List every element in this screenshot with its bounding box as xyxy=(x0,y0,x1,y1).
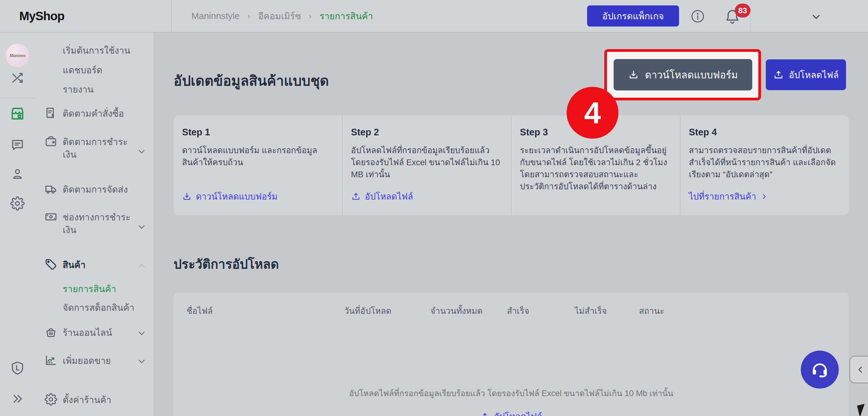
column-failed: ไม่สำเร็จ xyxy=(575,304,607,318)
breadcrumb-shop[interactable]: Maninnstyle xyxy=(191,11,240,21)
empty-state-upload-link[interactable]: อัปโหลดไฟล์ xyxy=(174,410,849,416)
shield-l-icon[interactable] xyxy=(0,360,35,376)
upload-file-button[interactable]: อัปโหลดไฟล์ xyxy=(766,59,846,90)
basket-icon xyxy=(44,326,57,338)
truck-icon xyxy=(44,183,57,195)
icon-rail: Maninns xyxy=(0,32,35,416)
header-divider xyxy=(750,0,751,32)
info-icon[interactable] xyxy=(691,9,705,23)
breadcrumb: Maninnstyle › อีคอมเมิร์ซ › รายการสินค้า xyxy=(191,0,373,32)
chevron-down-icon xyxy=(136,222,147,232)
step-title: Step 1 xyxy=(182,127,333,138)
upload-history-title: ประวัติการอัปโหลด xyxy=(174,254,279,274)
breadcrumb-ecommerce[interactable]: อีคอมเมิร์ซ xyxy=(258,9,301,23)
chevron-up-icon xyxy=(136,261,147,271)
empty-state-text: อัปโหลดไฟล์ที่กรอกข้อมูลเรียบร้อยแล้ว โด… xyxy=(174,387,849,400)
step-description: อัปโหลดไฟล์ที่กรอกข้อมูลเรียบร้อยแล้ว โด… xyxy=(351,144,502,181)
step2-upload-file-link[interactable]: อัปโหลดไฟล์ xyxy=(351,189,502,204)
chevron-down-icon xyxy=(136,356,147,366)
step-description: ดาวน์โหลดแบบฟอร์ม และกรอกข้อมูลสินค้าให้… xyxy=(182,144,333,169)
breadcrumb-separator-icon: › xyxy=(247,11,250,21)
expand-panel-tab[interactable] xyxy=(849,356,868,383)
chat-icon[interactable] xyxy=(0,138,35,152)
shuffle-icon[interactable] xyxy=(0,71,35,85)
tag-icon xyxy=(44,258,57,271)
receipt-icon xyxy=(44,107,57,119)
mouse-cursor xyxy=(857,404,868,416)
banknote-icon xyxy=(44,210,57,223)
upload-icon xyxy=(773,69,784,80)
step4-go-to-product-list-link[interactable]: ไปที่รายการสินค้า xyxy=(689,189,840,204)
step-title: Step 4 xyxy=(689,127,840,138)
step-description: สามารถตรวจสอบรายการสินค้าที่อัปเดตสำเร็จ… xyxy=(689,144,840,181)
column-file-name: ชื่อไฟล์ xyxy=(187,304,213,318)
app-root: MyShop Maninnstyle › อีคอมเมิร์ซ › รายกา… xyxy=(0,0,868,416)
steps-panel: Step 1 ดาวน์โหลดแบบฟอร์ม และกรอกข้อมูลสิ… xyxy=(174,115,849,215)
breadcrumb-product-list[interactable]: รายการสินค้า xyxy=(319,9,373,23)
tutorial-step-number: 4 xyxy=(567,87,618,139)
step-card-2: Step 2 อัปโหลดไฟล์ที่กรอกข้อมูลเรียบร้อย… xyxy=(342,115,511,215)
upgrade-package-button[interactable]: อัปเกรดแพ็กเกจ xyxy=(587,5,679,27)
account-chevron-down-icon[interactable] xyxy=(810,11,822,23)
table-header-row: ชื่อไฟล์ วันที่อัปโหลด จำนวนทั้งหมด สำเร… xyxy=(174,304,849,318)
app-logo: MyShop xyxy=(19,0,64,32)
chevron-down-icon xyxy=(136,328,147,338)
step-description: ระยะเวลาดำเนินการอัปโหลดข้อมูลขึ้นอยู่กั… xyxy=(520,144,671,192)
customer-icon[interactable] xyxy=(0,167,35,181)
support-headset-button[interactable] xyxy=(801,351,839,389)
upload-history-table: ชื่อไฟล์ วันที่อัปโหลด จำนวนทั้งหมด สำเร… xyxy=(174,293,849,416)
step-card-4: Step 4 สามารถตรวจสอบรายการสินค้าที่อัปเด… xyxy=(680,115,849,215)
shop-avatar[interactable]: Maninns xyxy=(6,44,29,67)
column-status: สถานะ xyxy=(639,304,664,318)
upload-icon xyxy=(351,192,361,201)
upload-icon xyxy=(480,412,490,416)
collapse-sidebar-icon[interactable] xyxy=(0,392,35,406)
step1-download-form-link[interactable]: ดาวน์โหลดแบบฟอร์ม xyxy=(182,189,333,204)
download-icon xyxy=(182,192,192,201)
wallet-icon xyxy=(44,135,57,148)
chevron-right-icon xyxy=(761,192,768,201)
top-bar: MyShop Maninnstyle › อีคอมเมิร์ซ › รายกา… xyxy=(0,0,868,33)
download-icon xyxy=(628,69,639,80)
column-success: สำเร็จ xyxy=(507,304,529,318)
header-divider xyxy=(171,0,172,32)
rail-divider xyxy=(0,98,35,98)
step-card-1: Step 1 ดาวน์โหลดแบบฟอร์ม และกรอกข้อมูลสิ… xyxy=(174,115,342,215)
headset-icon xyxy=(810,360,830,380)
chevron-down-icon xyxy=(136,147,147,157)
step-title: Step 2 xyxy=(351,127,502,138)
tutorial-highlight-box: ดาวน์โหลดแบบฟอร์ม xyxy=(604,49,761,100)
breadcrumb-separator-icon: › xyxy=(309,11,312,21)
gear-icon xyxy=(44,393,57,406)
page-title: อัปเดตข้อมูลสินค้าแบบชุด xyxy=(174,70,329,92)
chart-up-icon xyxy=(44,354,57,366)
sidebar-menu: เริ่มต้นการใช้งาน แดชบอร์ด รายงาน ติดตาม… xyxy=(35,32,154,416)
settings-gear-icon[interactable] xyxy=(0,196,35,211)
column-upload-date: วันที่อัปโหลด xyxy=(344,304,392,318)
chevron-left-icon xyxy=(855,364,865,375)
download-form-button[interactable]: ดาวน์โหลดแบบฟอร์ม xyxy=(614,59,752,90)
storefront-icon[interactable] xyxy=(0,106,35,121)
notification-count-badge: 83 xyxy=(735,4,750,18)
column-total: จำนวนทั้งหมด xyxy=(430,304,483,318)
